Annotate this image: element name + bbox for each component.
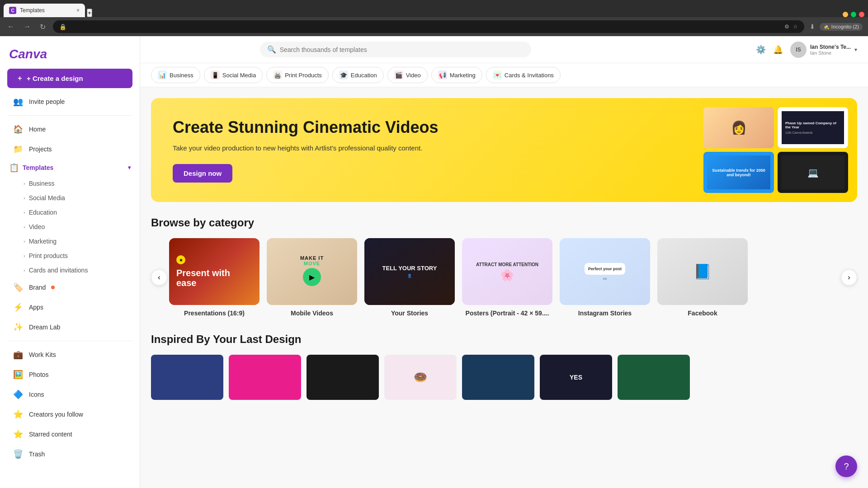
facebook-label: Facebook	[657, 310, 748, 317]
cat-label-print: Print Products	[285, 72, 322, 79]
design-now-btn[interactable]: Design now	[173, 164, 232, 183]
inspired-card-5[interactable]	[462, 355, 534, 400]
cat-btn-cards[interactable]: 💌 Cards & Invitations	[486, 67, 561, 83]
inspired-grid: 🍩 YES	[151, 355, 857, 400]
address-bar-container: ← → ↻ 🔒 canva.com/templates/ ⚙ ☆ ⬇ 🕵 Inc…	[0, 17, 868, 36]
user-info: Ian Stone's Te... Ian Stone	[810, 44, 851, 56]
sidebar-item-starred[interactable]: ⭐ Starred content	[4, 424, 136, 444]
user-chevron-icon: ▾	[854, 47, 857, 53]
inspired-card-4-icon: 🍩	[414, 371, 427, 384]
tab-title: Templates	[20, 7, 73, 14]
insta-sub: co	[585, 277, 625, 281]
sidebar-sub-print[interactable]: › Print products	[4, 249, 136, 263]
sidebar-item-home[interactable]: 🏠 Home	[4, 119, 136, 139]
cat-label-business: Business	[170, 72, 193, 79]
sidebar-sub-marketing[interactable]: › Marketing	[4, 234, 136, 249]
posters-card-img: ATTRACT MORE ATTENTION 🌸	[462, 238, 552, 305]
sidebar-sub-video[interactable]: › Video	[4, 220, 136, 234]
present-star-icon: ★	[176, 255, 185, 264]
minimize-btn[interactable]	[843, 12, 848, 17]
sidebar-item-icons[interactable]: 🔷 Icons	[4, 385, 136, 404]
settings-btn[interactable]: ⚙️	[756, 45, 766, 55]
print-cat-icon: 🖨️	[273, 70, 282, 80]
cat-btn-print[interactable]: 🖨️ Print Products	[266, 67, 329, 83]
forward-btn[interactable]: →	[22, 21, 33, 33]
user-avatar: IS	[790, 42, 807, 58]
sidebar-item-photos[interactable]: 🖼️ Photos	[4, 365, 136, 385]
icons-label: Icons	[29, 391, 44, 398]
sidebar-sub-business[interactable]: › Business	[4, 176, 136, 191]
category-card-mobile-videos[interactable]: MAKE IT MOVE ▶ Mobile Videos	[267, 238, 357, 317]
browse-category-container: ‹ ★ Present with ease Presentations (16:…	[151, 238, 857, 317]
plus-icon: ＋	[16, 74, 23, 83]
content-area: Create Stunning Cinematic Videos Take yo…	[140, 87, 868, 411]
download-btn[interactable]: ⬇	[810, 23, 815, 30]
cat-btn-business[interactable]: 📊 Business	[151, 67, 200, 83]
sub-video-label: Video	[29, 223, 45, 230]
yes-text: YES	[570, 374, 582, 381]
sidebar-item-projects[interactable]: 📁 Projects	[4, 139, 136, 159]
category-card-facebook[interactable]: 📘 Facebook	[657, 238, 748, 317]
sidebar-item-templates[interactable]: 📋 Templates ▾	[0, 159, 140, 176]
sidebar-item-invite[interactable]: 👥 Invite people	[4, 92, 136, 112]
chevron-right-icon-3: ›	[24, 210, 25, 215]
notifications-btn[interactable]: 🔔	[773, 45, 783, 55]
inspired-card-4[interactable]: 🍩	[384, 355, 457, 400]
sidebar-item-trash[interactable]: 🗑️ Trash	[4, 444, 136, 464]
browse-category-grid: ★ Present with ease Presentations (16:9)…	[151, 238, 857, 317]
close-btn[interactable]	[859, 12, 864, 17]
refresh-btn[interactable]: ↻	[38, 21, 47, 33]
active-tab[interactable]: C Templates ×	[4, 4, 85, 17]
url-input[interactable]: canva.com/templates/	[70, 23, 781, 30]
search-bar-container: 🔍	[260, 42, 531, 57]
category-card-instagram[interactable]: Perfect your post co Instagram Stories	[560, 238, 650, 317]
new-tab-btn[interactable]: +	[87, 9, 92, 17]
home-label: Home	[29, 126, 46, 133]
chevron-right-icon: ›	[24, 181, 25, 186]
sidebar-sub-education[interactable]: › Education	[4, 205, 136, 220]
search-input[interactable]	[280, 46, 524, 53]
search-icon: 🔍	[267, 45, 276, 54]
category-card-your-stories[interactable]: TELL YOUR STORY 👤 Your Stories	[364, 238, 455, 317]
cat-label-education: Education	[351, 72, 377, 79]
create-btn-label: + Create a design	[27, 75, 83, 82]
help-button[interactable]: ?	[835, 455, 857, 477]
projects-icon: 📁	[13, 144, 24, 155]
inspired-card-3[interactable]	[307, 355, 379, 400]
hero-image-2: Phase Up named Company of the Year 11th …	[778, 107, 848, 148]
cat-btn-video[interactable]: 🎬 Video	[387, 67, 428, 83]
user-profile[interactable]: IS Ian Stone's Te... Ian Stone ▾	[790, 42, 857, 58]
category-card-posters[interactable]: ATTRACT MORE ATTENTION 🌸 Posters (Portra…	[462, 238, 552, 317]
sidebar-item-workkits[interactable]: 💼 Work Kits	[4, 345, 136, 365]
person-emoji: 👩	[731, 120, 747, 135]
sidebar-item-creators[interactable]: ⭐ Creators you follow	[4, 404, 136, 424]
sidebar: Canva ＋ + Create a design 👥 Invite peopl…	[0, 36, 140, 488]
cat-btn-social[interactable]: 📱 Social Media	[204, 67, 263, 83]
sidebar-item-apps[interactable]: ⚡ Apps	[4, 297, 136, 317]
sidebar-item-dreamlab[interactable]: ✨ Dream Lab	[4, 317, 136, 337]
move-text: MOVE	[300, 261, 324, 266]
create-design-button[interactable]: ＋ + Create a design	[7, 69, 132, 88]
cat-btn-marketing[interactable]: 📢 Marketing	[431, 67, 482, 83]
projects-label: Projects	[29, 145, 52, 153]
cat-btn-education[interactable]: 🎓 Education	[332, 67, 384, 83]
inspired-card-6[interactable]: YES	[540, 355, 612, 400]
scroll-right-btn[interactable]: ›	[841, 269, 857, 286]
sidebar-sub-social[interactable]: › Social Media	[4, 191, 136, 205]
category-card-presentations[interactable]: ★ Present with ease Presentations (16:9)	[169, 238, 259, 317]
tab-close-btn[interactable]: ×	[76, 7, 80, 14]
video-cat-icon: 🎬	[394, 70, 403, 80]
inspired-card-1[interactable]	[151, 355, 223, 400]
maximize-btn[interactable]	[851, 12, 856, 17]
brand-icon: 🏷️	[13, 282, 24, 293]
tell-your-story-text: TELL YOUR STORY	[382, 265, 437, 272]
chevron-right-icon-6: ›	[24, 253, 25, 258]
inspired-card-7[interactable]	[618, 355, 690, 400]
sidebar-sub-cards[interactable]: › Cards and invitations	[4, 263, 136, 277]
browse-section-title: Browse by category	[151, 216, 857, 229]
back-btn[interactable]: ←	[5, 21, 16, 33]
sidebar-item-brand[interactable]: 🏷️ Brand	[4, 277, 136, 297]
inspired-card-2[interactable]	[229, 355, 301, 400]
star-icon: ☆	[793, 23, 798, 30]
address-bar[interactable]: 🔒 canva.com/templates/ ⚙ ☆	[53, 20, 804, 33]
